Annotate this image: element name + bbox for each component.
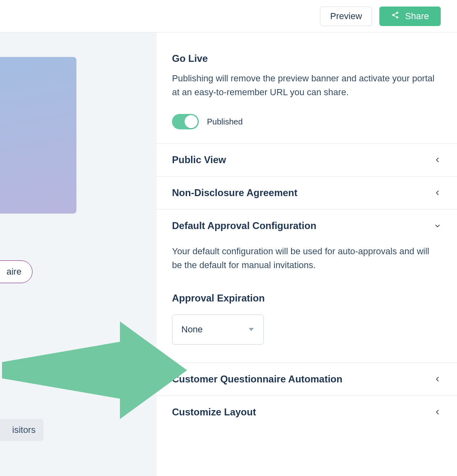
go-live-description: Publishing will remove the preview banne… xyxy=(172,72,442,99)
top-bar: Preview Share xyxy=(0,0,457,33)
questionnaire-chip[interactable]: aire xyxy=(0,260,33,283)
approval-expiration-label: Approval Expiration xyxy=(172,293,442,304)
approval-expiration-value: None xyxy=(181,324,203,335)
nda-label: Non-Disclosure Agreement xyxy=(172,187,298,199)
published-toggle-row: Published xyxy=(172,114,442,129)
share-button-label: Share xyxy=(405,11,429,22)
share-icon xyxy=(391,11,399,22)
settings-panel: Go Live Publishing will remove the previ… xyxy=(157,33,457,476)
chevron-down-icon xyxy=(433,222,442,230)
questionnaire-chip-label: aire xyxy=(7,266,22,277)
svg-point-1 xyxy=(392,14,394,16)
svg-marker-3 xyxy=(249,328,254,331)
default-approval-config-body: Your default configuration will be used … xyxy=(157,245,457,363)
public-view-row[interactable]: Public View xyxy=(157,144,457,177)
visitors-tag[interactable]: isitors xyxy=(0,419,44,441)
left-preview-pane: aire isitors xyxy=(0,33,157,476)
approval-expiration-select[interactable]: None xyxy=(172,314,264,345)
preview-button-label: Preview xyxy=(330,11,362,22)
visitors-tag-label: isitors xyxy=(12,425,35,435)
customize-layout-label: Customize Layout xyxy=(172,406,256,418)
published-toggle[interactable] xyxy=(172,114,199,129)
chevron-left-icon xyxy=(433,408,442,416)
go-live-title: Go Live xyxy=(172,53,442,64)
published-toggle-label: Published xyxy=(207,117,243,127)
customer-questionnaire-automation-row[interactable]: Customer Questionnaire Automation xyxy=(157,363,457,396)
chevron-left-icon xyxy=(433,156,442,164)
nda-row[interactable]: Non-Disclosure Agreement xyxy=(157,177,457,210)
toggle-knob xyxy=(185,115,198,128)
chevron-left-icon xyxy=(433,189,442,197)
svg-point-2 xyxy=(396,16,398,18)
default-approval-config-label: Default Approval Configuration xyxy=(172,220,316,231)
content-area: aire isitors Go Live Publishing will rem… xyxy=(0,33,457,476)
preview-button[interactable]: Preview xyxy=(320,7,372,26)
caret-down-icon xyxy=(248,327,255,332)
default-approval-config-description: Your default configuration will be used … xyxy=(172,245,442,272)
customer-questionnaire-automation-label: Customer Questionnaire Automation xyxy=(172,373,342,385)
share-button[interactable]: Share xyxy=(379,7,441,26)
public-view-label: Public View xyxy=(172,154,226,166)
customize-layout-row[interactable]: Customize Layout xyxy=(157,396,457,428)
svg-point-0 xyxy=(396,11,398,13)
portal-preview-image xyxy=(0,57,76,214)
go-live-section: Go Live Publishing will remove the previ… xyxy=(157,33,457,144)
chevron-left-icon xyxy=(433,375,442,383)
default-approval-config-row[interactable]: Default Approval Configuration xyxy=(157,210,457,242)
